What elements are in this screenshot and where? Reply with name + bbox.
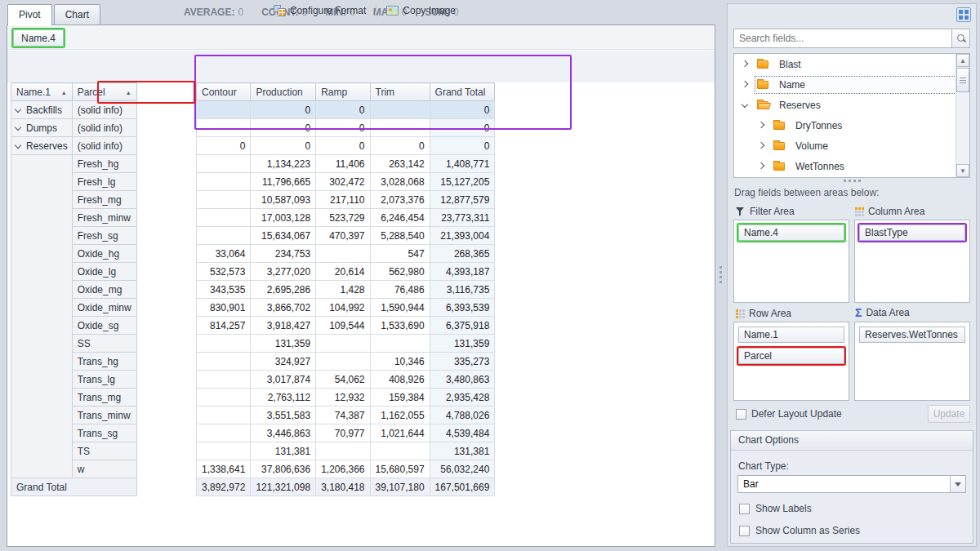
data-cell[interactable]: 335,273	[430, 353, 495, 371]
panel-splitter[interactable]	[719, 266, 723, 283]
area-field-name.4[interactable]: Name.4	[738, 224, 844, 241]
data-cell[interactable]: 1,162,055	[370, 407, 430, 424]
data-cell[interactable]: 109,544	[316, 317, 370, 335]
configure-format-button[interactable]: Configure Format	[270, 3, 369, 18]
data-cell[interactable]: 167,501,669	[430, 478, 495, 496]
data-cell[interactable]: 1,206,366	[316, 460, 370, 478]
data-cell[interactable]: 54,062	[316, 371, 370, 389]
parcel-cell[interactable]: Oxide_minw	[72, 299, 136, 317]
chevron-right-icon[interactable]	[742, 60, 748, 67]
data-cell[interactable]: 343,535	[197, 281, 251, 299]
data-cell[interactable]	[197, 389, 251, 407]
data-cell[interactable]: 0	[251, 101, 316, 119]
chart-type-select[interactable]: Bar	[737, 475, 966, 493]
column-header[interactable]: Grand Total	[430, 83, 495, 101]
data-cell[interactable]	[197, 442, 251, 460]
chevron-right-icon[interactable]	[758, 142, 764, 149]
data-cell[interactable]	[197, 353, 251, 371]
data-cell[interactable]: 20,614	[316, 263, 370, 281]
tree-scrollbar[interactable]: ▲ ▼	[956, 54, 969, 177]
parcel-cell[interactable]: TS	[72, 442, 136, 460]
data-cell[interactable]	[316, 442, 370, 460]
group-cell[interactable]: Dumps	[11, 119, 73, 137]
data-cell[interactable]	[197, 407, 251, 424]
data-cell[interactable]: 11,796,665	[251, 173, 316, 191]
data-cell[interactable]	[316, 245, 370, 263]
data-cell[interactable]: 3,180,418	[316, 478, 370, 496]
tree-resize-handle[interactable]	[728, 180, 976, 182]
data-cell[interactable]: 324,927	[251, 353, 316, 371]
data-cell[interactable]: 1,021,644	[370, 424, 430, 442]
data-cell[interactable]	[316, 335, 370, 353]
parcel-cell[interactable]: Oxide_lg	[72, 263, 136, 281]
show-labels-checkbox[interactable]	[739, 504, 750, 514]
data-cell[interactable]: 1,533,690	[370, 317, 430, 335]
data-cell[interactable]: 470,397	[316, 227, 370, 245]
data-cell[interactable]: 23,773,311	[430, 209, 495, 227]
parcel-cell[interactable]: Oxide_mg	[72, 281, 136, 299]
area-field-parcel[interactable]: Parcel	[738, 348, 844, 364]
scroll-down-icon[interactable]: ▼	[956, 164, 969, 177]
chevron-down-icon[interactable]	[15, 123, 21, 130]
tree-item-name[interactable]: Name	[734, 74, 956, 95]
chevron-down-icon[interactable]	[950, 476, 965, 492]
data-cell[interactable]: 1,590,944	[370, 299, 430, 317]
search-button[interactable]	[951, 29, 970, 48]
data-cell[interactable]: 74,387	[316, 407, 370, 424]
chevron-down-icon[interactable]	[742, 100, 748, 107]
data-cell[interactable]: 6,375,918	[430, 317, 495, 335]
parcel-cell[interactable]: SS	[72, 335, 136, 353]
data-cell[interactable]	[197, 335, 251, 353]
parcel-cell[interactable]: Fresh_sg	[72, 227, 136, 245]
data-cell[interactable]: 532,573	[197, 263, 251, 281]
row-area-box[interactable]: Name.1Parcel	[733, 322, 849, 401]
data-cell[interactable]: 0	[316, 101, 370, 119]
data-cell[interactable]: 159,384	[370, 389, 430, 407]
data-cell[interactable]: 3,551,583	[251, 407, 316, 424]
data-cell[interactable]: 263,142	[370, 155, 430, 173]
data-cell[interactable]	[197, 173, 251, 191]
parcel-cell[interactable]: Oxide_hg	[72, 245, 136, 263]
data-cell[interactable]: 1,428	[316, 281, 370, 299]
data-cell[interactable]: 2,695,286	[251, 281, 316, 299]
parcel-cell[interactable]: Trans_minw	[72, 407, 136, 424]
data-cell[interactable]: 4,393,187	[430, 263, 495, 281]
data-cell[interactable]: 56,032,240	[430, 460, 495, 478]
data-cell[interactable]: 6,393,539	[430, 299, 495, 317]
row-field-button[interactable]: Name.1▲	[11, 83, 73, 101]
parcel-cell[interactable]: Fresh_hg	[72, 155, 136, 173]
parcel-cell[interactable]: Fresh_lg	[72, 173, 136, 191]
data-cell[interactable]: 234,753	[251, 245, 316, 263]
data-cell[interactable]: 4,788,026	[430, 407, 495, 424]
data-cell[interactable]: 1,408,771	[430, 155, 495, 173]
parcel-cell[interactable]: Oxide_sg	[72, 317, 136, 335]
parcel-cell[interactable]: (solid info)	[72, 119, 136, 137]
area-field-reserves.wettonnes[interactable]: Reserves.WetTonnes	[859, 327, 965, 343]
data-cell[interactable]: 10,587,093	[251, 191, 316, 209]
data-cell[interactable]: 408,926	[370, 371, 430, 389]
data-cell[interactable]	[370, 119, 430, 137]
parcel-cell[interactable]: w	[72, 460, 136, 478]
group-cell[interactable]: Reserves	[11, 137, 73, 155]
show-column-as-series-checkbox[interactable]	[739, 526, 750, 536]
data-cell[interactable]	[197, 227, 251, 245]
data-cell[interactable]: 37,806,636	[251, 460, 316, 478]
column-header[interactable]: Ramp	[316, 83, 370, 101]
data-cell[interactable]: 217,110	[316, 191, 370, 209]
data-cell[interactable]: 15,634,067	[251, 227, 316, 245]
data-cell[interactable]: 21,393,004	[430, 227, 495, 245]
data-cell[interactable]	[197, 424, 251, 442]
tree-item-reserves[interactable]: Reserves	[734, 95, 956, 115]
data-cell[interactable]: 3,918,427	[251, 317, 316, 335]
data-cell[interactable]: 0	[316, 137, 370, 155]
column-area-box[interactable]: BlastType	[854, 220, 970, 303]
data-cell[interactable]: 523,729	[316, 209, 370, 227]
data-cell[interactable]: 104,992	[316, 299, 370, 317]
data-cell[interactable]	[197, 101, 251, 119]
parcel-cell[interactable]: (solid info)	[72, 137, 136, 155]
data-cell[interactable]: 33,064	[197, 245, 251, 263]
data-cell[interactable]: 562,980	[370, 263, 430, 281]
data-cell[interactable]: 3,017,874	[251, 371, 316, 389]
data-cell[interactable]: 15,127,205	[430, 173, 495, 191]
data-cell[interactable]: 1,134,223	[251, 155, 316, 173]
